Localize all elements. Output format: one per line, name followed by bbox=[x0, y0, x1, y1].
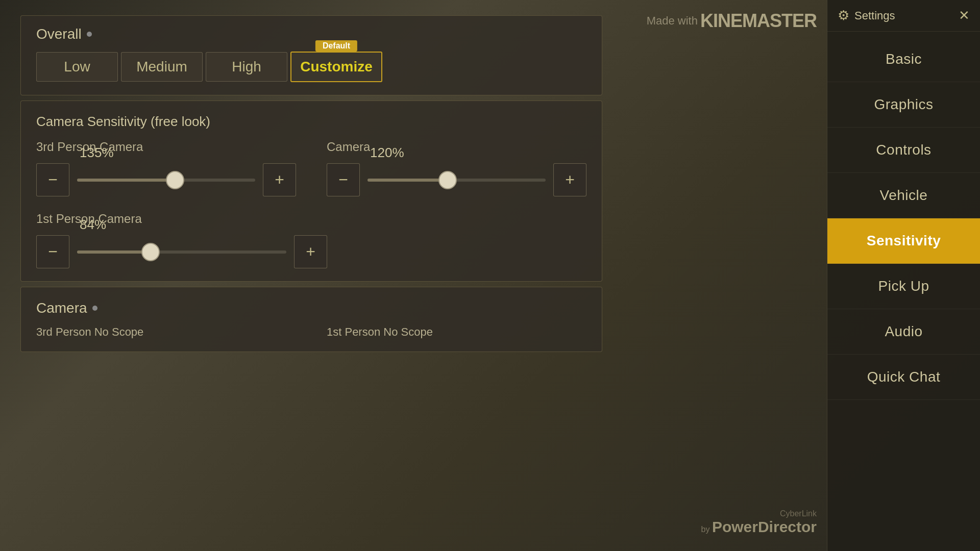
first-person-slider-row: − 84% + bbox=[36, 235, 327, 268]
first-person-no-scope-label: 1st Person No Scope bbox=[327, 325, 586, 339]
third-person-value: 135% bbox=[80, 145, 114, 161]
first-person-slider-thumb[interactable] bbox=[141, 243, 160, 261]
camera-right-slider-container[interactable]: 120% bbox=[368, 163, 546, 196]
sidebar-item-basic[interactable]: Basic bbox=[827, 37, 980, 82]
customize-wrapper: Default Customize bbox=[290, 52, 382, 82]
sidebar-item-sensitivity[interactable]: Sensitivity bbox=[827, 218, 980, 264]
overall-section: Overall Low Medium High Default Customiz… bbox=[20, 15, 602, 95]
sidebar-item-pickup[interactable]: Pick Up bbox=[827, 264, 980, 309]
camera-bottom-row: 3rd Person No Scope 1st Person No Scope bbox=[36, 325, 586, 339]
section-dot bbox=[87, 32, 92, 37]
camera-right-decrease-button[interactable]: − bbox=[327, 163, 360, 196]
first-person-slider-container[interactable]: 84% bbox=[77, 235, 286, 268]
third-person-slider-container[interactable]: 135% bbox=[77, 163, 255, 196]
overall-label: Overall bbox=[36, 26, 82, 42]
third-person-label: 3rd Person Camera bbox=[36, 140, 296, 154]
camera-bottom-title: Camera bbox=[36, 300, 586, 316]
camera-right-value: 120% bbox=[370, 145, 404, 161]
third-person-slider-fill bbox=[77, 179, 175, 182]
first-person-increase-button[interactable]: + bbox=[294, 235, 327, 268]
settings-title-container: ⚙ Settings bbox=[838, 8, 895, 23]
by-text: by bbox=[701, 525, 710, 534]
high-quality-button[interactable]: High bbox=[206, 52, 287, 82]
camera-bottom-dot bbox=[92, 306, 97, 311]
camera-right-slider-row: − 120% + bbox=[327, 163, 586, 196]
settings-title-text: Settings bbox=[854, 9, 895, 22]
customize-button[interactable]: Customize bbox=[290, 52, 382, 82]
camera-right-slider-thumb[interactable] bbox=[438, 171, 457, 189]
third-person-decrease-button[interactable]: − bbox=[36, 163, 69, 196]
third-person-increase-button[interactable]: + bbox=[263, 163, 296, 196]
camera-row-top: 3rd Person Camera − 135% + Camera bbox=[36, 140, 586, 196]
camera-sensitivity-title: Camera Sensitivity (free look) bbox=[36, 114, 586, 130]
quality-buttons: Low Medium High Default Customize bbox=[36, 52, 586, 82]
sidebar-item-controls[interactable]: Controls bbox=[827, 128, 980, 173]
first-person-decrease-button[interactable]: − bbox=[36, 235, 69, 268]
sidebar-header: ⚙ Settings ✕ bbox=[827, 0, 980, 32]
powerdirector-brand: PowerDirector bbox=[712, 518, 817, 535]
third-person-slider-row: − 135% + bbox=[36, 163, 296, 196]
camera-right-label: Camera bbox=[327, 140, 586, 154]
third-person-camera-control: 3rd Person Camera − 135% + bbox=[36, 140, 296, 196]
default-badge: Default bbox=[315, 40, 357, 52]
camera-bottom-label: Camera bbox=[36, 300, 87, 316]
sidebar: ⚙ Settings ✕ Basic Graphics Controls Veh… bbox=[827, 0, 980, 551]
gear-icon: ⚙ bbox=[838, 8, 849, 23]
overall-title: Overall bbox=[36, 26, 586, 42]
powerdirector-watermark: CyberLink by PowerDirector bbox=[701, 509, 817, 536]
third-person-slider-thumb[interactable] bbox=[166, 171, 184, 189]
third-person-slider-track bbox=[77, 179, 255, 182]
third-person-no-scope-label: 3rd Person No Scope bbox=[36, 325, 296, 339]
camera-right-slider-fill bbox=[368, 179, 448, 182]
sidebar-items: Basic Graphics Controls Vehicle Sensitiv… bbox=[827, 32, 980, 551]
first-person-slider-fill bbox=[77, 251, 151, 254]
kinemaster-brand: KINEMASTER bbox=[700, 10, 817, 32]
kinemaster-watermark: Made with KINEMASTER bbox=[647, 10, 817, 32]
first-person-label: 1st Person Camera bbox=[36, 212, 586, 226]
sidebar-item-graphics[interactable]: Graphics bbox=[827, 82, 980, 128]
low-quality-button[interactable]: Low bbox=[36, 52, 118, 82]
cyberlink-text: CyberLink bbox=[780, 509, 817, 518]
camera-right-control: Camera − 120% + bbox=[327, 140, 586, 196]
camera-right-increase-button[interactable]: + bbox=[553, 163, 586, 196]
first-person-value: 84% bbox=[80, 217, 106, 233]
sensitivity-section: Camera Sensitivity (free look) 3rd Perso… bbox=[20, 101, 602, 282]
first-person-slider-track bbox=[77, 251, 286, 254]
sidebar-item-quickchat[interactable]: Quick Chat bbox=[827, 355, 980, 400]
medium-quality-button[interactable]: Medium bbox=[121, 52, 203, 82]
sidebar-item-audio[interactable]: Audio bbox=[827, 309, 980, 355]
kinemaster-prefix: Made with bbox=[647, 14, 698, 28]
camera-bottom-section: Camera 3rd Person No Scope 1st Person No… bbox=[20, 287, 602, 352]
close-icon[interactable]: ✕ bbox=[959, 8, 970, 23]
camera-right-slider-track bbox=[368, 179, 546, 182]
main-content: Overall Low Medium High Default Customiz… bbox=[0, 0, 623, 551]
sidebar-item-vehicle[interactable]: Vehicle bbox=[827, 173, 980, 218]
